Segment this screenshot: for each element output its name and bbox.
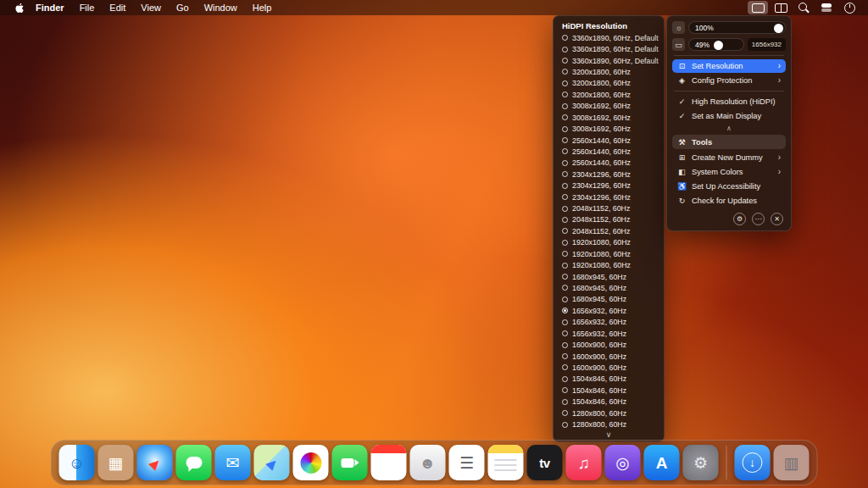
dock-app[interactable]: ▶ [137, 445, 173, 480]
resolution-option[interactable]: 3200x1800, 60Hz [554, 66, 664, 77]
dock-app[interactable]: ☺ [59, 445, 95, 480]
dock-app[interactable] [332, 445, 368, 480]
resolution-option[interactable]: 3360x1890, 60Hz, Default [554, 43, 664, 54]
dock-app[interactable] [371, 445, 407, 480]
slider-knob[interactable] [774, 24, 783, 33]
dock-app[interactable]: ⚙ [683, 445, 719, 480]
resolution-option[interactable]: 1680x945, 60Hz [554, 282, 664, 293]
resolution-option[interactable]: 2560x1440, 60Hz [554, 146, 664, 157]
search-icon[interactable] [793, 1, 814, 14]
resolution-option[interactable]: 1920x1080, 60Hz [554, 259, 664, 270]
radio-icon [562, 58, 568, 64]
radio-icon [562, 217, 568, 223]
radio-icon [562, 240, 568, 246]
slider[interactable]: 49% [688, 38, 744, 51]
display-control-panel: ☼ 100% ▭ 49% 1656x932 [666, 15, 792, 231]
menubar-item[interactable]: View [133, 0, 169, 15]
resolution-option[interactable]: 2304x1296, 60Hz [554, 191, 664, 202]
menubar-item[interactable]: Go [169, 0, 197, 15]
slider[interactable]: 100% [688, 21, 786, 34]
resolution-option[interactable]: 2560x1440, 60Hz [554, 135, 664, 146]
resolution-option[interactable]: 1600x900, 60Hz [554, 339, 664, 350]
settings-button[interactable]: ⚙ [733, 213, 746, 225]
toggle-item[interactable]: ✓ Set as Main Display [672, 109, 786, 123]
apple-menu[interactable] [14, 2, 25, 14]
menu-item[interactable]: ◈ Config Protection › [672, 74, 786, 87]
resolution-option[interactable]: 3200x1800, 60Hz [554, 89, 664, 100]
dock-app[interactable]: ♫ [566, 445, 602, 480]
resolution-label: 3360x1890, 60Hz, Default [572, 45, 659, 53]
menubar-item[interactable]: Window [197, 0, 245, 15]
menubar-item[interactable]: Edit [102, 0, 133, 15]
tool-item[interactable]: ◧ System Colors › [672, 165, 786, 179]
resolution-label: 2304x1296, 60Hz [572, 181, 631, 190]
chevron-right-icon: › [778, 168, 781, 176]
tool-item[interactable]: ♿ Set Up Accessibility [672, 180, 786, 193]
resolution-option[interactable]: 1656x932, 60Hz [554, 317, 664, 328]
resolution-option[interactable]: 1504x846, 60Hz [554, 385, 664, 396]
dock-app[interactable]: ☰ [449, 445, 485, 480]
resolution-option[interactable]: 1680x945, 60Hz [554, 294, 664, 305]
resolution-label: 1600x900, 60Hz [572, 363, 626, 372]
resolution-option[interactable]: 1504x846, 60Hz [554, 374, 664, 385]
tool-item[interactable]: ⊞ Create New Dummy › [672, 151, 786, 164]
quit-button[interactable]: ✕ [771, 213, 783, 225]
dock-app[interactable]: A [644, 445, 680, 480]
dock-app[interactable]: tv [527, 445, 563, 480]
tool-item[interactable]: ↻ Check for Updates [672, 194, 786, 208]
menubar-item[interactable]: Help [245, 0, 280, 15]
resolution-option[interactable]: 2048x1152, 60Hz [554, 214, 664, 225]
more-button[interactable]: ⋯ [752, 213, 765, 225]
dock-app[interactable]: ✉ [215, 445, 251, 480]
resolution-label: 1280x800, 60Hz [572, 409, 626, 418]
dock-app[interactable]: ▦ [98, 445, 134, 480]
resolution-option[interactable]: 1656x932, 60Hz [554, 328, 664, 339]
resolution-option[interactable]: 3008x1692, 60Hz [554, 101, 664, 112]
dock-app[interactable]: ☻ [410, 445, 446, 480]
slider-value: 49% [695, 41, 709, 49]
clock-icon[interactable] [839, 1, 860, 14]
control-center-icon[interactable] [816, 1, 837, 14]
resolution-option[interactable]: 1680x945, 60Hz [554, 271, 664, 282]
toggle-item[interactable]: ✓ High Resolution (HiDPI) [672, 95, 786, 108]
resolution-option[interactable]: 1600x900, 60Hz [554, 351, 664, 362]
resolution-option[interactable]: 2048x1152, 60Hz [554, 225, 664, 236]
resolution-option[interactable]: 1920x1080, 60Hz [554, 248, 664, 259]
resolution-option[interactable]: 2304x1296, 60Hz [554, 180, 664, 191]
resolution-list: 3360x1890, 60Hz, Default 3360x1890, 60Hz… [554, 32, 664, 430]
menubar-item[interactable]: Finder [28, 0, 72, 15]
app-glyph: ✉ [226, 455, 240, 471]
chevron-down-icon[interactable]: ∨ [554, 430, 664, 440]
dock-app[interactable]: ◎ [605, 445, 641, 480]
dock-apps: ☺ ▦ ▶ [59, 445, 719, 480]
main-menu-group: ⊡ Set Resolution › ◈ Config Protection › [672, 59, 786, 87]
update-icon: ↻ [677, 197, 687, 205]
window-grid-icon[interactable] [771, 1, 791, 14]
chevron-up-icon[interactable]: ∧ [672, 124, 786, 133]
resolution-option[interactable]: 2560x1440, 60Hz [554, 158, 664, 169]
resolution-option[interactable]: 1600x900, 60Hz [554, 362, 664, 373]
menubar-item[interactable]: File [72, 0, 103, 15]
resolution-option[interactable]: 3008x1692, 60Hz [554, 123, 664, 134]
dock-app[interactable]: ▥ [774, 445, 810, 480]
resolution-option[interactable]: 1280x800, 60Hz [554, 408, 664, 419]
resolution-option[interactable]: 1920x1080, 60Hz [554, 237, 664, 248]
resolution-option[interactable]: 2304x1296, 60Hz [554, 169, 664, 180]
resolution-option[interactable]: 3200x1800, 60Hz [554, 78, 664, 89]
resolution-option[interactable]: 3360x1890, 60Hz, Default [554, 55, 664, 66]
resolution-option[interactable]: 3360x1890, 60Hz, Default [554, 32, 664, 43]
dock-app[interactable]: ↓ [735, 445, 771, 480]
display-icon[interactable] [748, 1, 768, 14]
dock-app[interactable]: ▶ [254, 445, 290, 480]
resolution-option[interactable]: 1504x846, 60Hz [554, 396, 664, 408]
dock-app[interactable] [293, 445, 329, 480]
dock-app[interactable] [488, 445, 524, 480]
dock-app[interactable] [176, 445, 212, 480]
shield-icon: ◈ [677, 76, 687, 85]
resolution-option[interactable]: 1280x800, 60Hz [554, 419, 664, 430]
resolution-option[interactable]: 3008x1692, 60Hz [554, 112, 664, 123]
slider-knob[interactable] [714, 41, 723, 50]
menu-item[interactable]: ⊡ Set Resolution › [672, 59, 786, 73]
resolution-option[interactable]: 1656x932, 60Hz [554, 305, 664, 316]
resolution-option[interactable]: 2048x1152, 60Hz [554, 202, 664, 214]
